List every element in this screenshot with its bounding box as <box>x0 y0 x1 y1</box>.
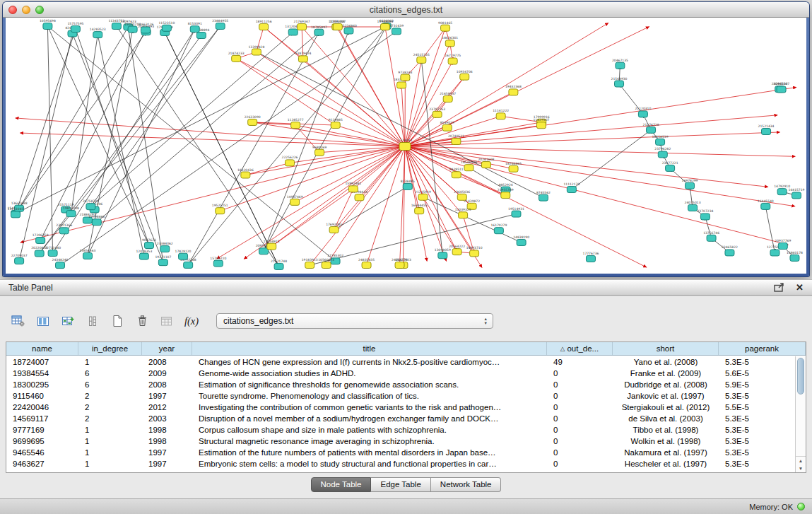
scroll-down-button[interactable]: ▼ <box>796 465 806 472</box>
graph-node[interactable]: 15797720 <box>210 257 226 267</box>
graph-node[interactable]: 16445540 <box>758 199 774 210</box>
column-header-title[interactable]: title <box>192 342 547 355</box>
graph-node[interactable]: 21955789 <box>498 188 514 199</box>
cell-in_degree[interactable]: 1 <box>78 356 142 368</box>
table-row[interactable]: 1938455462009Genome-wide association stu… <box>6 368 806 379</box>
cell-short[interactable]: Wolkin et al. (1998) <box>613 436 719 447</box>
graph-node[interactable]: 8549029 <box>440 121 454 132</box>
graph-node[interactable]: 23477221 <box>662 161 678 172</box>
cell-short[interactable]: de Silva et al. (2003) <box>613 413 719 424</box>
cell-name[interactable]: 9699695 <box>6 436 78 447</box>
zoom-window-button[interactable] <box>35 6 44 14</box>
graph-node[interactable]: 11285277 <box>288 118 304 129</box>
table-scrollbar[interactable]: ▲ ▼ <box>795 356 806 472</box>
cell-short[interactable]: Stergiakouli et al. (2012) <box>613 402 719 413</box>
graph-node[interactable]: 17776736 <box>583 252 599 262</box>
cell-short[interactable]: Franke et al. (2009) <box>613 368 719 379</box>
cell-in_degree[interactable]: 2 <box>78 402 142 413</box>
graph-node[interactable]: 14283523 <box>90 28 106 38</box>
graph-node[interactable]: 20467135 <box>612 59 628 69</box>
cell-year[interactable]: 1998 <box>142 436 192 447</box>
graph-node[interactable]: 24515335 <box>413 53 430 64</box>
column-header-in_degree[interactable]: in_degree <box>78 342 142 355</box>
cell-in_degree[interactable]: 2 <box>78 390 142 402</box>
graph-node[interactable]: 16415719 <box>789 188 805 199</box>
cell-pagerank[interactable]: 5.9E-5 <box>719 379 806 390</box>
cell-in_degree[interactable]: 1 <box>78 436 142 447</box>
graph-node[interactable]: 11343753 <box>108 19 124 30</box>
graph-node[interactable]: 10934706 <box>457 70 473 81</box>
graph-node[interactable]: 24835835 <box>358 258 375 269</box>
cell-pagerank[interactable]: 5.6E-5 <box>719 368 806 379</box>
table-row[interactable]: 946554611997Estimation of the future num… <box>6 447 806 458</box>
hub-graph-node[interactable]: 1724043 <box>398 139 412 151</box>
graph-node[interactable]: 8745562 <box>536 191 551 201</box>
graph-node[interactable]: 21521748 <box>271 259 287 270</box>
cell-pagerank[interactable]: 5.3E-5 <box>719 447 806 458</box>
cell-in_degree[interactable]: 6 <box>78 368 142 379</box>
cell-title[interactable]: Embryonic stem cells: a model to study s… <box>192 458 547 469</box>
cell-name[interactable]: 9115460 <box>6 390 78 402</box>
graph-node[interactable]: 9429511 <box>449 168 464 178</box>
edit-table-icon[interactable] <box>59 313 76 329</box>
tab-network-table[interactable]: Network Table <box>431 477 502 492</box>
graph-node[interactable]: 13879474 <box>295 52 311 62</box>
cell-year[interactable]: 2008 <box>142 379 192 390</box>
cell-in_degree[interactable]: 1 <box>78 458 142 469</box>
cell-out_degree[interactable]: 0 <box>547 436 613 447</box>
graph-node[interactable]: 18626301 <box>442 36 458 46</box>
graph-node[interactable]: 21521434 <box>758 124 775 135</box>
graph-node[interactable]: 20564222 <box>449 245 465 255</box>
scrollbar-thumb[interactable] <box>797 358 804 395</box>
cell-title[interactable]: Disruption of a novel member of a sodium… <box>192 413 547 424</box>
graph-node[interactable]: 15236860 <box>341 24 357 35</box>
graph-node[interactable]: 9047623 <box>142 238 156 249</box>
graph-node[interactable]: 22711640 <box>45 246 61 257</box>
cell-pagerank[interactable]: 5.3E-5 <box>719 356 806 368</box>
cell-in_degree[interactable]: 1 <box>78 424 142 436</box>
show-columns-icon[interactable] <box>35 313 52 329</box>
cell-out_degree[interactable]: 0 <box>547 402 613 413</box>
graph-node[interactable]: 21568930 <box>611 77 628 88</box>
graph-node[interactable]: 23384062 <box>157 242 173 252</box>
cell-name[interactable]: 9777169 <box>6 424 78 436</box>
row-height-icon[interactable] <box>84 313 101 329</box>
cell-name[interactable]: 9465546 <box>6 447 78 458</box>
cell-name[interactable]: 18724007 <box>6 356 78 368</box>
cell-title[interactable]: Changes of HCN gene expression and I(f) … <box>192 356 547 368</box>
graph-node[interactable]: 16558539 <box>652 135 669 146</box>
cell-pagerank[interactable]: 5.5E-5 <box>719 402 806 413</box>
tab-node-table[interactable]: Node Table <box>311 477 372 492</box>
new-column-icon[interactable] <box>109 313 126 329</box>
cell-year[interactable]: 2003 <box>142 413 192 424</box>
table-row[interactable]: 969969511998Structural magnetic resonanc… <box>6 436 806 447</box>
cell-name[interactable]: 18300295 <box>6 379 78 390</box>
table-row[interactable]: 2242004622012Investigating the contribut… <box>6 402 806 413</box>
cell-title[interactable]: Structural magnetic resonance image aver… <box>192 436 547 447</box>
graph-node[interactable]: 23797763 <box>429 107 445 118</box>
graph-node[interactable]: 17206358 <box>33 233 49 244</box>
tab-edge-table[interactable]: Edge Table <box>371 477 430 492</box>
graph-node[interactable]: 9081465 <box>438 21 452 32</box>
graph-node[interactable]: 8238495 <box>401 180 415 190</box>
cell-title[interactable]: Estimation of significance thresholds fo… <box>192 379 547 390</box>
cell-out_degree[interactable]: 0 <box>547 424 613 436</box>
graph-node[interactable]: 21658937 <box>440 92 456 103</box>
float-panel-icon[interactable] <box>774 283 784 292</box>
graph-node[interactable]: 23884955 <box>212 19 228 30</box>
graph-node[interactable]: 18911256 <box>256 20 272 30</box>
graph-node[interactable]: 19271107 <box>155 255 171 266</box>
cell-out_degree[interactable]: 0 <box>547 447 613 458</box>
column-header-pagerank[interactable]: pagerank <box>719 342 806 355</box>
cell-title[interactable]: Genome-wide association studies in ADHD. <box>192 368 547 379</box>
column-header-year[interactable]: year <box>142 342 192 355</box>
graph-node[interactable]: 23465822 <box>722 245 738 256</box>
cell-short[interactable]: Yano et al. (2008) <box>613 356 719 368</box>
graph-node[interactable]: 16729775 <box>445 54 461 64</box>
cell-year[interactable]: 2012 <box>142 402 192 413</box>
cell-year[interactable]: 2009 <box>142 368 192 379</box>
graph-node[interactable]: 8731639 <box>389 24 404 35</box>
cell-short[interactable]: Jankovic et al. (1997) <box>613 390 719 402</box>
close-panel-icon[interactable]: ✕ <box>796 283 804 292</box>
cell-year[interactable]: 1997 <box>142 447 192 458</box>
